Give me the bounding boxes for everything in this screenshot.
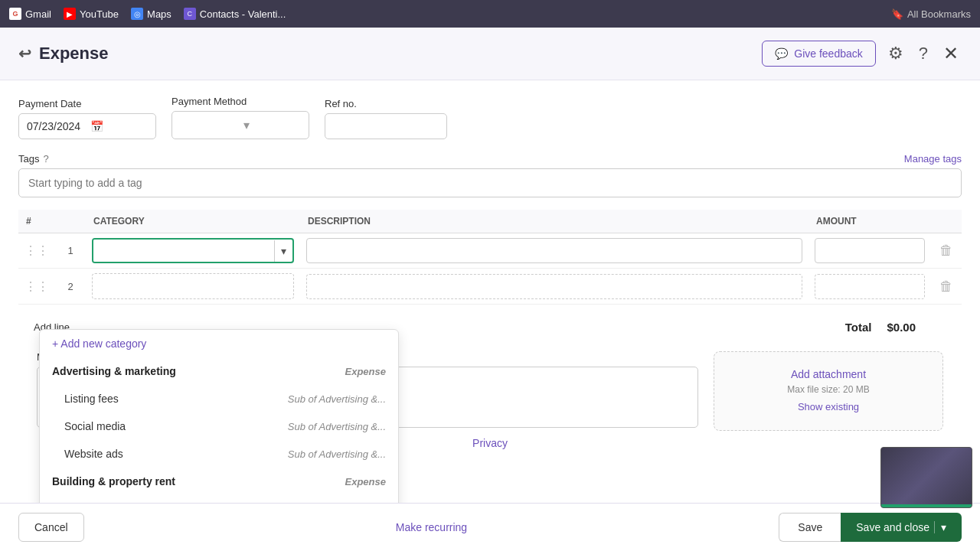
payment-method-group: Payment Method ▾ <box>172 96 309 139</box>
settings-button[interactable]: ⚙ <box>885 41 906 67</box>
ref-no-group: Ref no. <box>325 98 447 139</box>
bookmarks-button[interactable]: 🔖 All Bookmarks <box>891 8 971 20</box>
add-attachment-link[interactable]: Add attachment <box>791 368 866 380</box>
row2-category-cell <box>86 269 300 305</box>
cancel-label: Cancel <box>34 521 68 533</box>
ref-no-input[interactable] <box>325 113 447 139</box>
show-existing-link[interactable]: Show existing <box>730 401 927 412</box>
tab-maps[interactable]: ◎ Maps <box>131 8 172 20</box>
gmail-favicon: G <box>9 8 21 20</box>
row2-amount-cell <box>808 269 931 305</box>
tags-help-icon[interactable]: ? <box>43 153 48 165</box>
tab-youtube[interactable]: ▶ YouTube <box>64 8 119 20</box>
col-num-header <box>55 210 86 233</box>
make-recurring-link[interactable]: Make recurring <box>396 521 467 533</box>
feedback-icon: 💬 <box>775 47 788 60</box>
table-row: ⋮⋮ 2 🗑 <box>18 269 962 305</box>
social-media-type: Sub of Advertising &... <box>288 421 386 432</box>
tab-gmail[interactable]: G Gmail <box>9 8 51 20</box>
dropdown-item-advertising[interactable]: Advertising & marketing Expense <box>40 357 398 385</box>
save-label: Save <box>798 521 822 533</box>
thumbnail-progress-bar <box>881 504 972 507</box>
row2-amount-input[interactable] <box>815 274 925 299</box>
save-and-close-button[interactable]: Save and close ▾ <box>841 513 962 542</box>
row2-drag[interactable]: ⋮⋮ <box>18 269 55 305</box>
dropdown-item-social-media[interactable]: Social media Sub of Advertising &... <box>40 412 398 440</box>
privacy-label: Privacy <box>472 437 508 449</box>
listing-fees-label: Listing fees <box>64 393 119 405</box>
category-select-wrapper: ▾ <box>92 238 294 263</box>
help-icon: ? <box>919 44 928 64</box>
total-value: $0.00 <box>887 321 916 334</box>
total-section: Total $0.00 <box>845 321 916 334</box>
save-close-chevron-icon[interactable]: ▾ <box>934 521 946 533</box>
tab-gmail-label: Gmail <box>25 8 51 20</box>
category-select-input[interactable] <box>93 240 274 262</box>
row2-description-input[interactable] <box>306 274 802 299</box>
close-button[interactable]: ✕ <box>940 40 962 67</box>
give-feedback-label: Give feedback <box>794 47 863 60</box>
youtube-favicon: ▶ <box>64 8 76 20</box>
save-button[interactable]: Save <box>779 513 841 542</box>
payment-date-group: Payment Date 07/23/2024 📅 <box>18 98 156 139</box>
gear-icon: ⚙ <box>888 44 903 64</box>
tags-row: Tags ? Manage tags <box>18 153 962 197</box>
col-del-header <box>931 210 962 233</box>
table-row: ⋮⋮ 1 ▾ <box>18 233 962 269</box>
total-label: Total <box>845 321 872 334</box>
tab-contacts[interactable]: C Contacts - Valenti... <box>184 8 286 20</box>
col-hash-header: # <box>18 210 55 233</box>
browser-bar: G Gmail ▶ YouTube ◎ Maps C Contacts - Va… <box>0 0 980 28</box>
advertising-label: Advertising & marketing <box>52 365 176 377</box>
row1-drag[interactable]: ⋮⋮ <box>18 233 55 269</box>
give-feedback-button[interactable]: 💬 Give feedback <box>762 41 876 67</box>
attachment-section: Add attachment Max file size: 20 MB Show… <box>714 351 943 431</box>
row2-description-cell <box>300 269 808 305</box>
tab-youtube-label: YouTube <box>80 8 119 20</box>
col-amount-header: AMOUNT <box>808 210 931 233</box>
building-rent-type: Expense <box>345 476 386 487</box>
chevron-down-icon: ▾ <box>243 118 301 132</box>
row2-delete-button[interactable]: 🗑 <box>939 279 953 295</box>
close-icon: ✕ <box>943 43 959 64</box>
header-actions: 💬 Give feedback ⚙ ? ✕ <box>762 40 962 67</box>
payment-method-select[interactable]: ▾ <box>172 111 309 139</box>
row1-amount-input[interactable] <box>815 238 925 263</box>
row1-category-cell: ▾ <box>86 233 300 269</box>
app-title-section: ↩ Expense <box>18 44 109 64</box>
row2-category-placeholder[interactable] <box>92 273 294 299</box>
bookmarks-label: All Bookmarks <box>907 8 971 20</box>
website-ads-type: Sub of Advertising &... <box>288 448 386 460</box>
dropdown-add-new[interactable]: + Add new category <box>40 330 398 357</box>
payment-date-label: Payment Date <box>18 98 156 109</box>
form-body: Payment Date 07/23/2024 📅 Payment Method… <box>0 80 980 503</box>
right-actions: Save Save and close ▾ <box>779 513 962 542</box>
tags-header: Tags ? Manage tags <box>18 153 962 165</box>
dropdown-item-business-licences[interactable]: Business licences Expense <box>40 495 398 503</box>
category-chevron-button[interactable]: ▾ <box>274 240 292 262</box>
row1-delete-button[interactable]: 🗑 <box>939 243 953 259</box>
manage-tags-link[interactable]: Manage tags <box>904 153 962 165</box>
row1-num: 1 <box>55 233 86 269</box>
bookmarks-icon: 🔖 <box>891 8 903 20</box>
dropdown-item-website-ads[interactable]: Website ads Sub of Advertising &... <box>40 440 398 468</box>
tags-input[interactable] <box>18 168 962 197</box>
save-and-close-label: Save and close <box>856 521 929 533</box>
tab-maps-label: Maps <box>147 8 172 20</box>
help-button[interactable]: ? <box>916 41 931 67</box>
row1-description-cell <box>300 233 808 269</box>
tab-contacts-label: Contacts - Valenti... <box>200 8 286 20</box>
tags-label-section: Tags ? <box>18 153 49 165</box>
col-category-header: CATEGORY <box>86 210 300 233</box>
dropdown-item-listing-fees[interactable]: Listing fees Sub of Advertising &... <box>40 385 398 412</box>
dropdown-item-building-rent[interactable]: Building & property rent Expense <box>40 468 398 495</box>
payment-date-field[interactable]: 07/23/2024 📅 <box>18 113 156 139</box>
row2-num: 2 <box>55 269 86 305</box>
payment-date-value: 07/23/2024 <box>27 120 84 132</box>
calendar-icon[interactable]: 📅 <box>90 120 148 132</box>
cancel-button[interactable]: Cancel <box>18 513 84 542</box>
row1-description-input[interactable] <box>306 238 802 263</box>
action-bar: Cancel Make recurring Save Save and clos… <box>0 503 980 551</box>
page-title: Expense <box>39 44 109 64</box>
payment-row: Payment Date 07/23/2024 📅 Payment Method… <box>18 96 962 139</box>
